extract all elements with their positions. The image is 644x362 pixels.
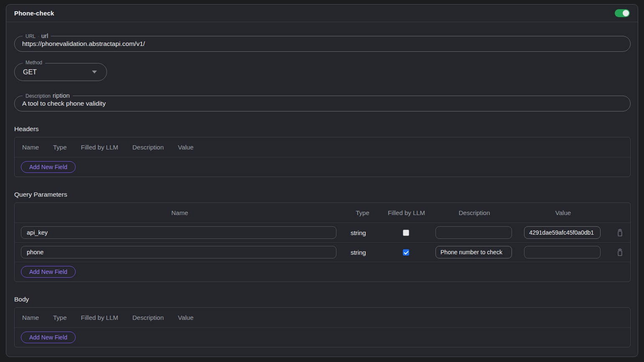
method-label-text: Method xyxy=(25,59,42,66)
url-input[interactable] xyxy=(15,40,630,48)
param-name-input[interactable] xyxy=(21,226,336,239)
param-type-value: string xyxy=(344,249,380,256)
description-label-small: Description xyxy=(25,93,51,100)
url-label-separator: · xyxy=(38,33,39,40)
body-col-value: Value xyxy=(178,314,193,321)
url-label-overlap: url xyxy=(41,32,48,39)
param-description-cell xyxy=(432,246,516,258)
table-row: string xyxy=(15,223,630,243)
param-name-input[interactable] xyxy=(21,246,336,258)
query-params-section-title: Query Parameters xyxy=(14,191,630,198)
headers-col-llm: Filled by LLM xyxy=(81,144,118,151)
qp-col-type: Type xyxy=(345,209,380,216)
table-row: string xyxy=(15,243,630,262)
description-input[interactable] xyxy=(15,100,630,107)
body-table: Name Type Filled by LLM Description Valu… xyxy=(14,307,631,347)
body-add-new-field-button[interactable]: Add New Field xyxy=(21,332,76,343)
enabled-toggle[interactable] xyxy=(615,9,630,17)
qp-col-value: Value xyxy=(516,209,610,216)
headers-section-title: Headers xyxy=(14,125,630,133)
param-value-input[interactable] xyxy=(524,246,601,258)
filled-by-llm-checkbox[interactable] xyxy=(403,230,409,236)
qp-col-llm: Filled by LLM xyxy=(380,209,433,216)
description-field-label: Description ription xyxy=(23,92,73,100)
query-params-table-head: Name Type Filled by LLM Description Valu… xyxy=(15,203,630,223)
chevron-down-icon xyxy=(92,71,97,73)
description-field-outline: Description ription xyxy=(14,96,631,111)
headers-col-name: Name xyxy=(22,144,39,151)
url-label-small: URL xyxy=(25,33,36,40)
page-title: Phone-check xyxy=(14,10,54,17)
body-col-llm: Filled by LLM xyxy=(81,314,118,321)
method-label: Method xyxy=(23,59,45,66)
query-params-add-row: Add New Field xyxy=(15,262,630,281)
body-section-title: Body xyxy=(14,296,630,303)
param-description-input[interactable] xyxy=(435,246,512,258)
qp-col-name: Name xyxy=(15,209,345,216)
param-value-cell xyxy=(515,246,609,258)
body-col-description: Description xyxy=(132,314,164,321)
param-type-value: string xyxy=(344,229,380,236)
tool-config-panel: Phone-check URL · url Method GET Descr xyxy=(6,4,638,357)
headers-table: Name Type Filled by LLM Description Valu… xyxy=(14,137,631,177)
headers-col-value: Value xyxy=(178,144,193,151)
param-name-cell xyxy=(15,226,344,239)
panel-header: Phone-check xyxy=(6,5,638,22)
body-add-row: Add New Field xyxy=(15,328,630,347)
delete-row-button[interactable] xyxy=(616,248,624,257)
headers-col-type: Type xyxy=(53,144,67,151)
trash-icon xyxy=(616,228,624,237)
param-name-cell xyxy=(15,246,344,258)
url-field-label: URL · url xyxy=(23,32,51,40)
param-delete-cell xyxy=(609,248,630,257)
trash-icon xyxy=(616,248,624,257)
body-table-head: Name Type Filled by LLM Description Valu… xyxy=(15,308,630,328)
param-value-input[interactable] xyxy=(524,226,601,239)
param-llm-cell xyxy=(380,249,432,256)
headers-table-head: Name Type Filled by LLM Description Valu… xyxy=(15,137,630,157)
body-col-name: Name xyxy=(22,314,39,321)
query-params-add-new-field-button[interactable]: Add New Field xyxy=(21,266,76,278)
headers-col-description: Description xyxy=(132,144,164,151)
toggle-knob-icon xyxy=(623,10,629,16)
qp-col-description: Description xyxy=(433,209,516,216)
url-field-outline: URL · url xyxy=(14,36,631,52)
filled-by-llm-checkbox[interactable] xyxy=(403,249,409,256)
param-description-cell xyxy=(432,226,516,239)
method-select[interactable]: Method GET xyxy=(14,63,107,81)
param-description-input[interactable] xyxy=(435,226,512,239)
headers-add-row: Add New Field xyxy=(15,157,630,177)
param-value-cell xyxy=(515,226,609,239)
delete-row-button[interactable] xyxy=(616,228,624,237)
param-llm-cell xyxy=(380,230,432,236)
query-params-table: Name Type Filled by LLM Description Valu… xyxy=(14,203,631,282)
description-label-overlap: ription xyxy=(53,92,70,99)
body-col-type: Type xyxy=(53,314,67,321)
method-value: GET xyxy=(23,68,92,76)
panel-content: URL · url Method GET Description ription… xyxy=(6,36,638,347)
headers-add-new-field-button[interactable]: Add New Field xyxy=(21,161,76,173)
param-delete-cell xyxy=(609,228,630,237)
